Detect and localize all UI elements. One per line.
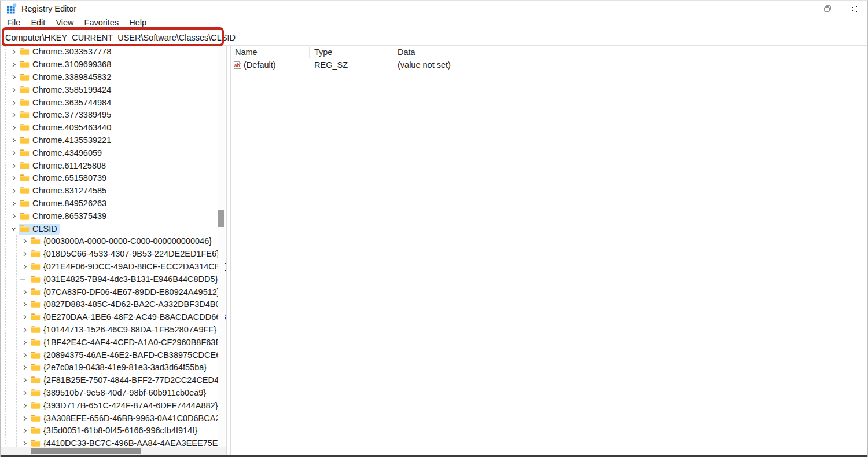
tree-item[interactable]: {018D5C66-4533-4307-9B53-224DE2ED1FE6} <box>1 248 226 261</box>
horizontal-scrollbar[interactable] <box>1 447 226 455</box>
tree-item[interactable]: {1BF42E4C-4AF4-4CFD-A1A0-CF2960B8F63E} <box>1 336 226 349</box>
tree-leaf-connector <box>20 275 30 283</box>
chevron-right-icon[interactable] <box>9 136 19 144</box>
folder-icon <box>31 262 41 270</box>
tree-item[interactable]: {3A308EFE-656D-46BB-9963-0A41C0D6BCA2} <box>1 412 226 425</box>
chevron-right-icon[interactable] <box>20 440 30 448</box>
chevron-right-icon[interactable] <box>20 401 30 410</box>
vertical-scrollbar[interactable] <box>218 46 225 447</box>
tree-item[interactable]: Chrome.651580739 <box>1 172 226 185</box>
chevron-right-icon[interactable] <box>20 326 30 334</box>
tree-item-label: {3A308EFE-656D-46BB-9963-0A41C0D6BCA2} <box>43 414 223 423</box>
column-header-data[interactable]: Data <box>398 47 415 57</box>
tree-item[interactable]: {10144713-1526-46C9-88DA-1FB52807A9FF} <box>1 324 226 337</box>
chevron-right-icon[interactable] <box>20 389 30 397</box>
chevron-down-icon[interactable] <box>9 225 19 233</box>
address-bar-input[interactable]: Computer\HKEY_CURRENT_USER\Software\Clas… <box>5 33 236 42</box>
restore-icon <box>824 5 831 12</box>
chevron-right-icon[interactable] <box>9 199 19 207</box>
chevron-right-icon[interactable] <box>20 376 30 385</box>
tree-item[interactable]: {20894375-46AE-46E2-BAFD-CB38975CDCE6} <box>1 349 226 361</box>
chevron-right-icon[interactable] <box>20 301 30 309</box>
chevron-right-icon[interactable] <box>20 288 30 296</box>
chevron-right-icon[interactable] <box>20 364 30 372</box>
tree-item[interactable]: Chrome.611425808 <box>1 159 226 172</box>
tree-item[interactable]: {389510b7-9e58-40d7-98bf-60b911cb0ea9} <box>1 387 226 400</box>
minimize-button[interactable] <box>788 1 814 17</box>
chevron-right-icon[interactable] <box>9 187 19 195</box>
tree-item[interactable]: Chrome.3033537778 <box>1 46 226 59</box>
chevron-right-icon[interactable] <box>9 212 19 220</box>
tree-item-label: Chrome.3585199424 <box>32 85 111 94</box>
column-separator[interactable] <box>309 47 310 58</box>
tree-item[interactable]: Chrome.3109699368 <box>1 59 226 71</box>
folder-icon <box>31 338 41 346</box>
folder-icon <box>31 237 41 245</box>
chevron-right-icon[interactable] <box>9 111 19 119</box>
column-separator[interactable] <box>587 47 587 58</box>
tree-node: {3f5d0051-61b8-0f45-6166-996cfb4f914f} <box>30 425 200 436</box>
column-header-type[interactable]: Type <box>314 47 332 57</box>
tree-item[interactable]: {021E4F06-9DCC-49AD-88CF-ECC2DA314C8A} <box>1 261 226 273</box>
tree-item[interactable]: Chrome.831274585 <box>1 185 226 198</box>
chevron-right-icon[interactable] <box>9 48 19 56</box>
column-header-name[interactable]: Name <box>235 47 258 57</box>
folder-icon <box>31 313 41 321</box>
menu-item-file[interactable]: File <box>3 17 27 29</box>
chevron-right-icon[interactable] <box>9 98 19 107</box>
chevron-right-icon[interactable] <box>20 427 30 435</box>
tree-item[interactable]: {0E270DAA-1BE6-48F2-AC49-B8ACDACDD66B} <box>1 311 226 324</box>
tree-item[interactable]: {393D717B-651C-424F-87A4-6DFF7444A882} <box>1 399 226 412</box>
menu-item-favorites[interactable]: Favorites <box>80 17 126 29</box>
tree-item[interactable]: Chrome.4095463440 <box>1 122 226 134</box>
menu-item-view[interactable]: View <box>52 17 80 29</box>
pane-splitter[interactable] <box>226 46 231 455</box>
maximize-button[interactable] <box>814 1 841 17</box>
tree-item[interactable]: Chrome.4135539221 <box>1 134 226 147</box>
chevron-right-icon[interactable] <box>9 61 19 69</box>
tree-item[interactable]: {031E4825-7B94-4dc3-B131-E946B44C8DD5} <box>1 273 226 286</box>
tree-item[interactable]: Chrome.849526263 <box>1 198 226 210</box>
tree-item[interactable]: Chrome.3585199424 <box>1 83 226 96</box>
tree-item[interactable]: Chrome.43496059 <box>1 147 226 159</box>
horizontal-scrollbar-thumb[interactable] <box>31 448 141 454</box>
chevron-right-icon[interactable] <box>9 162 19 170</box>
tree-item[interactable]: {2e7c0a19-0438-41e9-81e3-3ad3d64f55ba} <box>1 361 226 374</box>
tree-item[interactable]: CLSID <box>1 222 226 235</box>
chevron-right-icon[interactable] <box>20 237 30 246</box>
menu-item-edit[interactable]: Edit <box>27 17 52 29</box>
vertical-scrollbar-thumb[interactable] <box>218 210 224 227</box>
chevron-right-icon[interactable] <box>20 351 30 359</box>
tree-item[interactable]: {0827D883-485C-4D62-BA2C-A332DBF3D4B0} <box>1 298 226 311</box>
folder-icon <box>20 187 30 195</box>
chevron-right-icon[interactable] <box>9 149 19 157</box>
menu-item-help[interactable]: Help <box>125 17 153 29</box>
tree-item[interactable]: {3f5d0051-61b8-0f45-6166-996cfb4f914f} <box>1 425 226 437</box>
chevron-right-icon[interactable] <box>9 73 19 81</box>
column-separator[interactable] <box>392 47 392 58</box>
tree-node: Chrome.3585199424 <box>19 85 113 96</box>
tree-item[interactable]: Chrome.3635744984 <box>1 96 226 109</box>
chevron-right-icon[interactable] <box>9 86 19 94</box>
tree-item[interactable]: {07CA83F0-DF06-4E67-89DD-E80924A49512} <box>1 286 226 298</box>
tree-item-label: Chrome.3635744984 <box>32 98 111 107</box>
chevron-right-icon[interactable] <box>9 174 19 182</box>
tree-item[interactable]: Chrome.3389845832 <box>1 71 226 84</box>
chevron-right-icon[interactable] <box>9 124 19 132</box>
chevron-right-icon[interactable] <box>20 250 30 258</box>
tree-item[interactable]: Chrome.3773389495 <box>1 109 226 122</box>
chevron-right-icon[interactable] <box>20 338 30 346</box>
chevron-right-icon[interactable] <box>20 262 30 270</box>
close-button[interactable] <box>841 1 867 17</box>
tree-item-label: {2e7c0a19-0438-41e9-81e3-3ad3d64f55ba} <box>43 363 207 372</box>
folder-icon <box>31 376 41 384</box>
registry-value-row[interactable]: ab(Default)REG_SZ(value not set) <box>231 59 867 72</box>
tree-item[interactable]: {0003000A-0000-0000-C000-000000000046} <box>1 235 226 248</box>
values-list-header: NameTypeData <box>231 46 867 59</box>
chevron-right-icon[interactable] <box>20 313 30 321</box>
registry-editor-app-icon <box>6 3 17 14</box>
tree-item[interactable]: Chrome.865375439 <box>1 210 226 222</box>
folder-icon <box>20 98 30 107</box>
tree-item[interactable]: {2F81B25E-7507-4844-BFF2-77D2CC24CED4} <box>1 374 226 387</box>
chevron-right-icon[interactable] <box>20 414 30 422</box>
